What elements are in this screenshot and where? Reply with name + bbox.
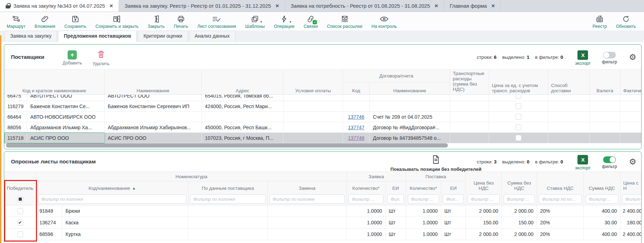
attachments-button[interactable]: Вложения (30, 14, 60, 30)
column-header[interactable]: По данным поставщика (188, 181, 268, 193)
column-header[interactable]: Фактиче (620, 70, 642, 94)
tab-purchase-request[interactable]: Заявка на закупку (5, 31, 57, 41)
scrollbar-thumb[interactable] (6, 143, 448, 148)
table-row[interactable]: 66464 АВТО-НОВОСИБИРСК ООО 137746 Счет №… (4, 112, 641, 122)
close-icon[interactable]: × (434, 3, 438, 9)
window-tab-label: Заявка на закупку. Реестр - Реестр от 01… (125, 3, 271, 9)
mailing-list-button[interactable]: Список рассылки (323, 14, 367, 30)
checkbox[interactable] (515, 103, 521, 109)
table-row[interactable]: 88056 Абдрахманов Ильмир Ха... Абдрахман… (4, 122, 641, 133)
column-header[interactable]: ЕИ (386, 181, 406, 193)
close-icon[interactable]: × (110, 3, 113, 9)
on-control-button[interactable]: На контроль (367, 14, 401, 30)
add-button[interactable]: + Добавить (63, 50, 82, 66)
contract-link[interactable]: 137748 (348, 135, 364, 141)
contract-link[interactable]: 137747 (348, 125, 364, 130)
excel-export-icon: X (577, 50, 588, 60)
column-header[interactable]: Цена за ед. с учетом трансп. расходов (489, 70, 548, 94)
toggle-switch[interactable] (603, 156, 616, 163)
refresh-button[interactable]: Обновить (611, 14, 640, 30)
column-filter-input[interactable] (539, 194, 582, 204)
delete-button[interactable]: Удалить (93, 50, 110, 66)
window-tab-main-form[interactable]: Главная форма × (444, 0, 501, 12)
filter-toggle[interactable]: фильтр (602, 156, 617, 169)
column-header[interactable]: Сумма НДС (584, 172, 620, 193)
column-header-sorted[interactable]: Код/наименование▲ (36, 181, 188, 193)
close-icon[interactable]: × (276, 3, 279, 9)
column-header[interactable]: Код (343, 82, 370, 94)
tab-data-analysis[interactable]: Анализ данных (189, 31, 236, 41)
gear-icon[interactable]: ⚙ (629, 158, 636, 166)
templates-icon: ▾ (251, 14, 259, 24)
window-tab-registry-purchase[interactable]: Заявка на закупку. Реестр - Реестр от 01… (119, 0, 285, 12)
column-filter-input[interactable] (622, 194, 642, 204)
close-button[interactable]: Закрыть (143, 14, 169, 30)
filter-toggle[interactable]: фильтр (602, 52, 617, 64)
column-header[interactable]: Победитель (4, 172, 36, 193)
save-button[interactable]: Сохранить (60, 14, 91, 30)
window-tab-registry-need[interactable]: Заявка на потребность - Реестр от 01.08.… (285, 0, 444, 12)
table-row[interactable]: 116279 Баженов Константин Се... Баженов … (4, 101, 641, 112)
column-filter-input[interactable] (269, 194, 345, 204)
column-header[interactable]: Цена с Н (620, 172, 642, 193)
table-row[interactable]: 91848 Брюки 1.0000 Шт 1.0000 Шт 2 000.00… (4, 205, 641, 217)
checkbox[interactable] (515, 124, 521, 130)
column-header[interactable]: Ставка НДС (537, 172, 584, 193)
winner-checkbox[interactable] (17, 220, 23, 226)
route-button[interactable]: Маршрут (2, 14, 30, 30)
checkbox[interactable] (515, 114, 521, 120)
column-header[interactable]: Количество* (347, 181, 386, 193)
column-filter-input[interactable] (468, 194, 500, 204)
column-header[interactable]: Цена без НДС (466, 172, 502, 193)
export-button[interactable]: X экспорт (575, 50, 590, 66)
column-header[interactable]: Сумма без НДС (502, 172, 537, 193)
tab-evaluation-criteria[interactable]: Критерии оценки (138, 31, 188, 41)
print-button[interactable]: Печать (169, 14, 193, 30)
column-header[interactable]: Адрес (202, 70, 283, 94)
show-without-winners-button[interactable]: Показывать позиции без победителей (390, 155, 482, 172)
table-row[interactable]: 136274 Каска 1.0000 Шт 1.0000 Шт 150.00 … (4, 217, 641, 229)
checkbox[interactable] (515, 95, 521, 99)
column-filter-input[interactable] (504, 194, 535, 204)
column-filter-input[interactable] (190, 194, 265, 204)
save-and-close-button[interactable]: Сохранить и закрыть (91, 14, 143, 30)
column-header[interactable]: Код и краткое наименование (4, 70, 105, 94)
column-filter-input[interactable] (387, 194, 404, 204)
column-header[interactable]: ЕИ (441, 181, 466, 193)
column-header[interactable]: Условия оплаты (283, 70, 343, 94)
column-header[interactable]: Наименование (370, 82, 450, 94)
approval-sheet-button[interactable]: Лист согласования (193, 14, 240, 30)
registry-button[interactable]: Реестр (588, 14, 612, 30)
select-all-checkbox[interactable] (17, 196, 23, 202)
column-filter-input[interactable] (349, 194, 383, 204)
toggle-switch[interactable] (603, 52, 616, 58)
close-icon[interactable]: × (491, 3, 495, 9)
column-header[interactable]: Валюта (590, 70, 620, 94)
table-row[interactable]: 68596 Куртка 1.0000 Шт 1.0000 Шт 2 000.0… (4, 229, 641, 240)
column-filter-input[interactable] (38, 194, 186, 204)
checkbox[interactable] (515, 135, 521, 141)
export-button[interactable]: X экспорт (575, 155, 590, 170)
column-header[interactable]: Количество* (406, 181, 441, 193)
column-header[interactable]: Замена (268, 181, 347, 193)
winner-checkbox[interactable] (17, 231, 23, 237)
contract-link[interactable]: 137746 (348, 114, 364, 120)
operations-button[interactable]: ▾ Операции (269, 14, 299, 30)
window-tab-label: Заявка на потребность - Реестр от 01.08.… (291, 3, 430, 9)
table-row-selected[interactable]: 115718 АСИС ПРО ООО АСИС ПРО ООО 107023,… (4, 133, 641, 143)
column-filter-input[interactable] (408, 194, 439, 204)
winner-checkbox[interactable] (17, 208, 23, 214)
links-button[interactable]: ✓ Связки (299, 14, 322, 30)
templates-button[interactable]: ▾ Шаблоны (240, 14, 269, 30)
column-header[interactable]: Наименование (105, 70, 202, 94)
column-header[interactable]: Транспортные расходы (сумма без НДС) (450, 70, 489, 94)
dropdown-caret-icon: ▾ (289, 20, 291, 24)
app-window: Заявка на закупку №343 от 04.07.2025 × З… (0, 0, 644, 243)
column-header[interactable]: Способ доставки (548, 70, 590, 94)
column-filter-input[interactable] (443, 194, 464, 204)
window-tab-request[interactable]: Заявка на закупку №343 от 04.07.2025 × (0, 0, 119, 12)
column-filter-input[interactable] (586, 194, 618, 204)
tab-supplier-offers[interactable]: Предложения поставщиков (58, 31, 137, 42)
gear-icon[interactable]: ⚙ (629, 53, 636, 61)
table-row-clipped[interactable]: 66475 АВТОТРЕСТ ООО АВТОТРЕСТ ООО 654015… (4, 95, 641, 101)
